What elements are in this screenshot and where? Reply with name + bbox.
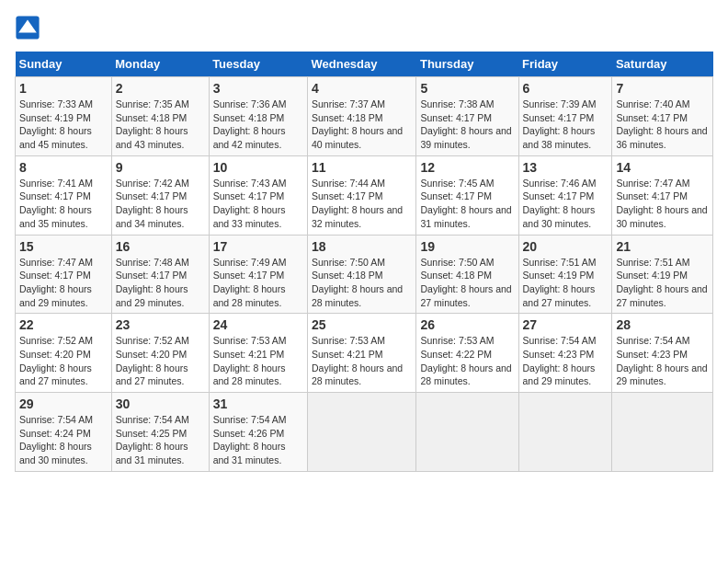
day-number: 16 [116, 239, 205, 254]
day-of-week-header: Monday [111, 52, 209, 77]
day-info: Sunrise: 7:54 AM Sunset: 4:23 PM Dayligh… [616, 334, 709, 388]
day-number: 11 [312, 160, 412, 175]
day-number: 6 [523, 81, 609, 96]
day-info: Sunrise: 7:50 AM Sunset: 4:18 PM Dayligh… [420, 256, 514, 310]
calendar-day-cell: 23Sunrise: 7:52 AM Sunset: 4:20 PM Dayli… [111, 314, 209, 393]
day-info: Sunrise: 7:54 AM Sunset: 4:25 PM Dayligh… [116, 413, 205, 467]
day-info: Sunrise: 7:49 AM Sunset: 4:17 PM Dayligh… [213, 256, 303, 310]
day-info: Sunrise: 7:47 AM Sunset: 4:17 PM Dayligh… [19, 256, 108, 310]
day-info: Sunrise: 7:54 AM Sunset: 4:24 PM Dayligh… [19, 413, 108, 467]
calendar-day-cell: 29Sunrise: 7:54 AM Sunset: 4:24 PM Dayli… [16, 393, 112, 472]
day-info: Sunrise: 7:44 AM Sunset: 4:17 PM Dayligh… [312, 177, 412, 231]
logo [15, 15, 44, 40]
calendar-day-cell: 6Sunrise: 7:39 AM Sunset: 4:17 PM Daylig… [518, 77, 612, 156]
day-info: Sunrise: 7:51 AM Sunset: 4:19 PM Dayligh… [523, 256, 609, 310]
calendar-week-row: 15Sunrise: 7:47 AM Sunset: 4:17 PM Dayli… [16, 235, 713, 314]
calendar-day-cell: 19Sunrise: 7:50 AM Sunset: 4:18 PM Dayli… [416, 235, 518, 314]
calendar-day-cell: 18Sunrise: 7:50 AM Sunset: 4:18 PM Dayli… [307, 235, 415, 314]
day-number: 10 [213, 160, 303, 175]
day-info: Sunrise: 7:36 AM Sunset: 4:18 PM Dayligh… [213, 98, 303, 152]
calendar-week-row: 1Sunrise: 7:33 AM Sunset: 4:19 PM Daylig… [16, 77, 713, 156]
day-of-week-header: Friday [518, 52, 612, 77]
day-info: Sunrise: 7:33 AM Sunset: 4:19 PM Dayligh… [19, 98, 108, 152]
calendar-day-cell: 20Sunrise: 7:51 AM Sunset: 4:19 PM Dayli… [518, 235, 612, 314]
day-number: 18 [312, 239, 412, 254]
calendar-day-cell: 8Sunrise: 7:41 AM Sunset: 4:17 PM Daylig… [16, 155, 112, 235]
day-number: 15 [19, 239, 108, 254]
day-info: Sunrise: 7:50 AM Sunset: 4:18 PM Dayligh… [312, 256, 412, 310]
page-header [15, 15, 713, 40]
day-info: Sunrise: 7:43 AM Sunset: 4:17 PM Dayligh… [213, 177, 303, 231]
calendar-day-cell: 24Sunrise: 7:53 AM Sunset: 4:21 PM Dayli… [209, 314, 307, 393]
day-info: Sunrise: 7:53 AM Sunset: 4:22 PM Dayligh… [420, 334, 514, 388]
day-info: Sunrise: 7:41 AM Sunset: 4:17 PM Dayligh… [19, 177, 108, 231]
calendar-day-cell: 16Sunrise: 7:48 AM Sunset: 4:17 PM Dayli… [111, 235, 209, 314]
calendar-day-cell: 1Sunrise: 7:33 AM Sunset: 4:19 PM Daylig… [16, 77, 112, 156]
day-number: 5 [420, 81, 514, 96]
calendar-day-cell: 10Sunrise: 7:43 AM Sunset: 4:17 PM Dayli… [209, 155, 307, 235]
calendar-day-cell: 5Sunrise: 7:38 AM Sunset: 4:17 PM Daylig… [416, 77, 518, 156]
calendar-day-cell: 21Sunrise: 7:51 AM Sunset: 4:19 PM Dayli… [612, 235, 713, 314]
calendar-day-cell: 12Sunrise: 7:45 AM Sunset: 4:17 PM Dayli… [416, 155, 518, 235]
day-info: Sunrise: 7:53 AM Sunset: 4:21 PM Dayligh… [213, 334, 303, 388]
day-info: Sunrise: 7:40 AM Sunset: 4:17 PM Dayligh… [616, 98, 709, 152]
calendar-day-cell: 28Sunrise: 7:54 AM Sunset: 4:23 PM Dayli… [612, 314, 713, 393]
day-info: Sunrise: 7:35 AM Sunset: 4:18 PM Dayligh… [116, 98, 205, 152]
day-number: 2 [116, 81, 205, 96]
calendar-day-cell: 11Sunrise: 7:44 AM Sunset: 4:17 PM Dayli… [307, 155, 415, 235]
day-info: Sunrise: 7:53 AM Sunset: 4:21 PM Dayligh… [312, 334, 412, 388]
calendar-day-cell: 13Sunrise: 7:46 AM Sunset: 4:17 PM Dayli… [518, 155, 612, 235]
day-number: 24 [213, 317, 303, 332]
day-number: 21 [616, 239, 709, 254]
calendar-day-cell: 3Sunrise: 7:36 AM Sunset: 4:18 PM Daylig… [209, 77, 307, 156]
calendar-day-cell: 4Sunrise: 7:37 AM Sunset: 4:18 PM Daylig… [307, 77, 415, 156]
day-info: Sunrise: 7:46 AM Sunset: 4:17 PM Dayligh… [523, 177, 609, 231]
calendar-week-row: 8Sunrise: 7:41 AM Sunset: 4:17 PM Daylig… [16, 155, 713, 235]
calendar-week-row: 29Sunrise: 7:54 AM Sunset: 4:24 PM Dayli… [16, 393, 713, 472]
calendar-day-cell: 30Sunrise: 7:54 AM Sunset: 4:25 PM Dayli… [111, 393, 209, 472]
day-info: Sunrise: 7:48 AM Sunset: 4:17 PM Dayligh… [116, 256, 205, 310]
day-number: 23 [116, 317, 205, 332]
calendar-day-cell: 2Sunrise: 7:35 AM Sunset: 4:18 PM Daylig… [111, 77, 209, 156]
calendar-day-cell [416, 393, 518, 472]
calendar-day-cell: 25Sunrise: 7:53 AM Sunset: 4:21 PM Dayli… [307, 314, 415, 393]
day-number: 25 [312, 317, 412, 332]
day-of-week-header: Tuesday [209, 52, 307, 77]
calendar-day-cell: 15Sunrise: 7:47 AM Sunset: 4:17 PM Dayli… [16, 235, 112, 314]
calendar-day-cell: 9Sunrise: 7:42 AM Sunset: 4:17 PM Daylig… [111, 155, 209, 235]
calendar-day-cell: 17Sunrise: 7:49 AM Sunset: 4:17 PM Dayli… [209, 235, 307, 314]
day-number: 1 [19, 81, 108, 96]
calendar-day-cell [612, 393, 713, 472]
calendar-day-cell: 22Sunrise: 7:52 AM Sunset: 4:20 PM Dayli… [16, 314, 112, 393]
calendar-day-cell: 26Sunrise: 7:53 AM Sunset: 4:22 PM Dayli… [416, 314, 518, 393]
calendar-day-cell [307, 393, 415, 472]
day-info: Sunrise: 7:39 AM Sunset: 4:17 PM Dayligh… [523, 98, 609, 152]
day-number: 8 [19, 160, 108, 175]
day-info: Sunrise: 7:47 AM Sunset: 4:17 PM Dayligh… [616, 177, 709, 231]
day-info: Sunrise: 7:52 AM Sunset: 4:20 PM Dayligh… [19, 334, 108, 388]
day-number: 7 [616, 81, 709, 96]
day-number: 4 [312, 81, 412, 96]
day-number: 31 [213, 396, 303, 411]
day-info: Sunrise: 7:51 AM Sunset: 4:19 PM Dayligh… [616, 256, 709, 310]
logo-icon [15, 15, 40, 40]
day-info: Sunrise: 7:45 AM Sunset: 4:17 PM Dayligh… [420, 177, 514, 231]
day-number: 14 [616, 160, 709, 175]
calendar-day-cell: 31Sunrise: 7:54 AM Sunset: 4:26 PM Dayli… [209, 393, 307, 472]
day-number: 9 [116, 160, 205, 175]
day-number: 20 [523, 239, 609, 254]
day-info: Sunrise: 7:54 AM Sunset: 4:26 PM Dayligh… [213, 413, 303, 467]
day-number: 28 [616, 317, 709, 332]
calendar-day-cell: 14Sunrise: 7:47 AM Sunset: 4:17 PM Dayli… [612, 155, 713, 235]
calendar-week-row: 22Sunrise: 7:52 AM Sunset: 4:20 PM Dayli… [16, 314, 713, 393]
day-info: Sunrise: 7:42 AM Sunset: 4:17 PM Dayligh… [116, 177, 205, 231]
day-number: 29 [19, 396, 108, 411]
day-of-week-header: Sunday [16, 52, 112, 77]
day-info: Sunrise: 7:38 AM Sunset: 4:17 PM Dayligh… [420, 98, 514, 152]
day-of-week-header: Saturday [612, 52, 713, 77]
day-info: Sunrise: 7:37 AM Sunset: 4:18 PM Dayligh… [312, 98, 412, 152]
day-number: 19 [420, 239, 514, 254]
calendar-header-row: SundayMondayTuesdayWednesdayThursdayFrid… [16, 52, 713, 77]
calendar-day-cell: 7Sunrise: 7:40 AM Sunset: 4:17 PM Daylig… [612, 77, 713, 156]
day-number: 17 [213, 239, 303, 254]
